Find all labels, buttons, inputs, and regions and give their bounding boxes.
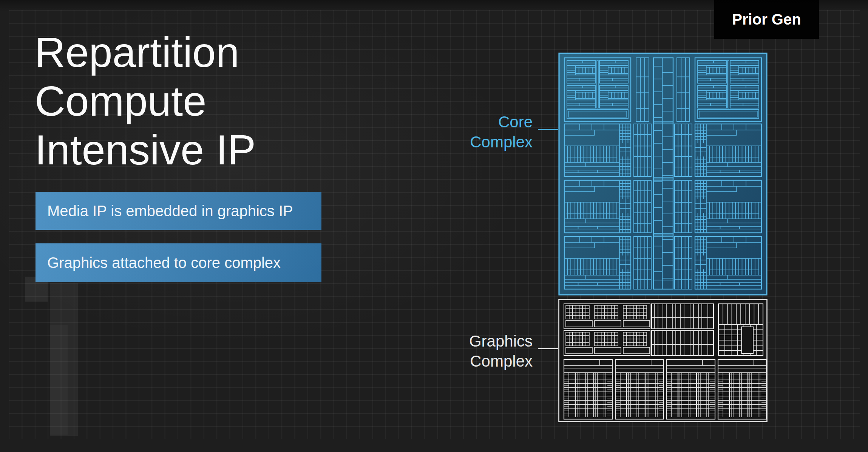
core-complex-connector-line [538,129,558,130]
graphics-complex-label-line-2: Complex [434,351,533,371]
callout-graphics-attached: Graphics attached to core complex [36,243,321,282]
core-complex-label: Core Complex [434,112,533,152]
callout-media-ip: Media IP is embedded in graphics IP [36,192,321,230]
slide: Repartition Compute Intensive IP Media I… [0,0,868,452]
watermark-1-stem-highlight [50,325,68,435]
core-complex-label-line-1: Core [434,112,533,132]
page-title: Repartition Compute Intensive IP [35,28,256,174]
title-line-2: Compute [35,77,256,125]
graphics-complex-label: Graphics Complex [434,331,533,371]
title-line-3: Intensive IP [35,125,256,174]
callout-media-ip-text: Media IP is embedded in graphics IP [47,203,293,220]
prior-gen-badge-label: Prior Gen [732,11,801,28]
core-complex-diagram [558,53,768,296]
graphics-complex-connector-line [538,348,558,349]
title-line-1: Repartition [35,28,256,77]
graphics-complex-diagram [558,299,768,422]
callout-graphics-attached-text: Graphics attached to core complex [47,254,281,271]
core-complex-label-line-2: Complex [434,132,533,152]
graphics-complex-label-line-1: Graphics [434,331,533,351]
prior-gen-badge: Prior Gen [714,0,819,39]
